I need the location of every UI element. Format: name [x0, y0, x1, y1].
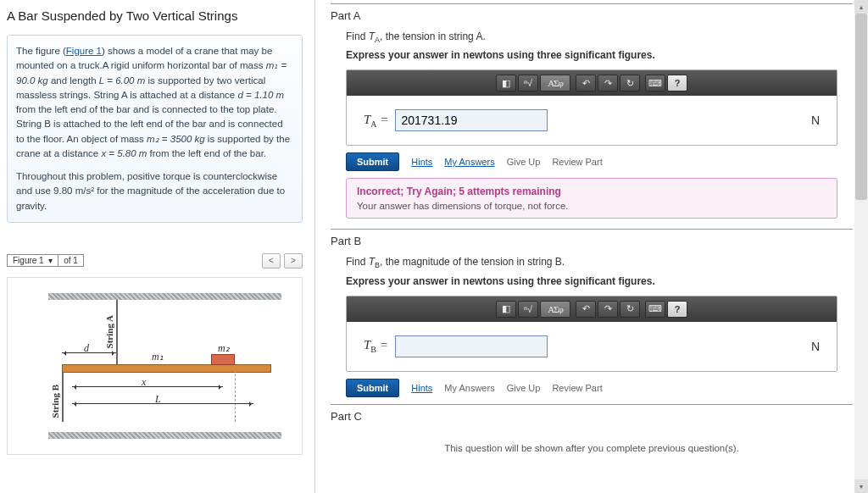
- part-a-answer-panel: ◧ ⁿ√ ΑΣφ ↶ ↷ ↻ ⌨ ? TA = N: [346, 69, 837, 146]
- vertical-scrollbar[interactable]: ▴ ▾: [854, 0, 868, 493]
- my-answers-link[interactable]: My Answers: [444, 157, 494, 167]
- part-b-prompt: Find TB, the magnitude of the tension in…: [346, 256, 853, 269]
- label-string-b: String B: [50, 385, 60, 418]
- part-a-prompt: Find TA, the tension in string A.: [346, 30, 853, 44]
- right-panel: Part A Find TA, the tension in string A.…: [315, 0, 868, 493]
- figure-prev-button[interactable]: <: [262, 253, 281, 269]
- part-a-answer-input[interactable]: [395, 109, 548, 131]
- figure-image: String A String B m₁ m₂ d x L: [7, 277, 303, 455]
- label-L: L: [155, 393, 161, 406]
- part-b-submit-row: Submit Hints My Answers Give Up Review P…: [346, 379, 853, 397]
- label-m2: m₂: [218, 342, 230, 355]
- tool-greek-button[interactable]: ΑΣφ: [540, 75, 570, 91]
- reset-icon[interactable]: ↻: [620, 301, 640, 318]
- part-c-message: This question will be shown after you co…: [331, 431, 853, 465]
- part-b-submit-button[interactable]: Submit: [346, 379, 399, 397]
- scroll-up-icon[interactable]: ▴: [854, 0, 868, 14]
- undo-icon[interactable]: ↶: [576, 301, 596, 318]
- part-b-header: Part B: [331, 229, 853, 247]
- undo-icon[interactable]: ↶: [576, 75, 596, 91]
- review-part-link[interactable]: Review Part: [552, 157, 602, 167]
- keyboard-icon[interactable]: ⌨: [645, 75, 665, 91]
- reset-icon[interactable]: ↻: [620, 75, 640, 91]
- part-b-answer-panel: ◧ ⁿ√ ΑΣφ ↶ ↷ ↻ ⌨ ? TB = N: [346, 296, 837, 372]
- redo-icon[interactable]: ↷: [598, 75, 618, 91]
- part-b-instruction: Express your answer in newtons using thr…: [346, 275, 853, 287]
- figure-next-button[interactable]: >: [284, 253, 303, 269]
- redo-icon[interactable]: ↷: [598, 301, 618, 318]
- feedback-box: Incorrect; Try Again; 5 attempts remaini…: [346, 178, 837, 219]
- tool-radical-icon[interactable]: ⁿ√: [518, 301, 538, 318]
- label-m1: m₁: [152, 351, 164, 363]
- label-d: d: [84, 342, 89, 355]
- part-b-answer-input[interactable]: [395, 335, 548, 357]
- give-up-link[interactable]: Give Up: [507, 383, 541, 393]
- part-a-var-label: TA =: [364, 113, 388, 129]
- part-a-unit: N: [811, 114, 820, 127]
- problem-description: The figure (Figure 1) shows a model of a…: [7, 35, 303, 223]
- scroll-down-icon[interactable]: ▾: [854, 479, 868, 493]
- help-icon[interactable]: ?: [667, 75, 687, 91]
- part-b-unit: N: [811, 340, 820, 353]
- review-part-link[interactable]: Review Part: [552, 383, 602, 393]
- figure-selector[interactable]: Figure 1 ▾: [7, 254, 58, 267]
- hints-link[interactable]: Hints: [411, 157, 432, 167]
- answer-toolbar: ◧ ⁿ√ ΑΣφ ↶ ↷ ↻ ⌨ ?: [347, 70, 837, 96]
- tool-greek-button[interactable]: ΑΣφ: [540, 301, 570, 318]
- part-a-header: Part A: [331, 3, 853, 22]
- figure-count: of 1: [58, 254, 84, 267]
- answer-toolbar-b: ◧ ⁿ√ ΑΣφ ↶ ↷ ↻ ⌨ ?: [347, 296, 837, 322]
- problem-title: A Bar Suspended by Two Vertical Strings: [7, 8, 303, 23]
- keyboard-icon[interactable]: ⌨: [645, 301, 665, 318]
- part-c-header: Part C: [331, 404, 853, 423]
- hints-link[interactable]: Hints: [411, 383, 432, 393]
- give-up-link[interactable]: Give Up: [507, 157, 541, 167]
- my-answers-link-b[interactable]: My Answers: [444, 383, 494, 393]
- part-b-var-label: TB =: [364, 338, 388, 354]
- left-panel: A Bar Suspended by Two Vertical Strings …: [0, 0, 315, 493]
- part-a-instruction: Express your answer in newtons using thr…: [346, 49, 853, 61]
- figure-link[interactable]: Figure 1: [66, 46, 102, 56]
- label-x: x: [142, 376, 146, 389]
- part-a-submit-row: Submit Hints My Answers Give Up Review P…: [346, 152, 853, 171]
- scroll-thumb[interactable]: [855, 14, 867, 200]
- tool-radical-icon[interactable]: ⁿ√: [518, 75, 538, 91]
- feedback-body: Your answer has dimensions of torque, no…: [357, 201, 826, 211]
- help-icon[interactable]: ?: [667, 301, 687, 318]
- feedback-head: Incorrect; Try Again; 5 attempts remaini…: [357, 186, 826, 197]
- tool-templates-icon[interactable]: ◧: [496, 75, 516, 91]
- part-a-submit-button[interactable]: Submit: [346, 152, 399, 171]
- tool-templates-icon[interactable]: ◧: [496, 301, 516, 318]
- label-string-a: String A: [104, 315, 114, 348]
- figure-toolbar: Figure 1 ▾ of 1 < >: [7, 253, 303, 269]
